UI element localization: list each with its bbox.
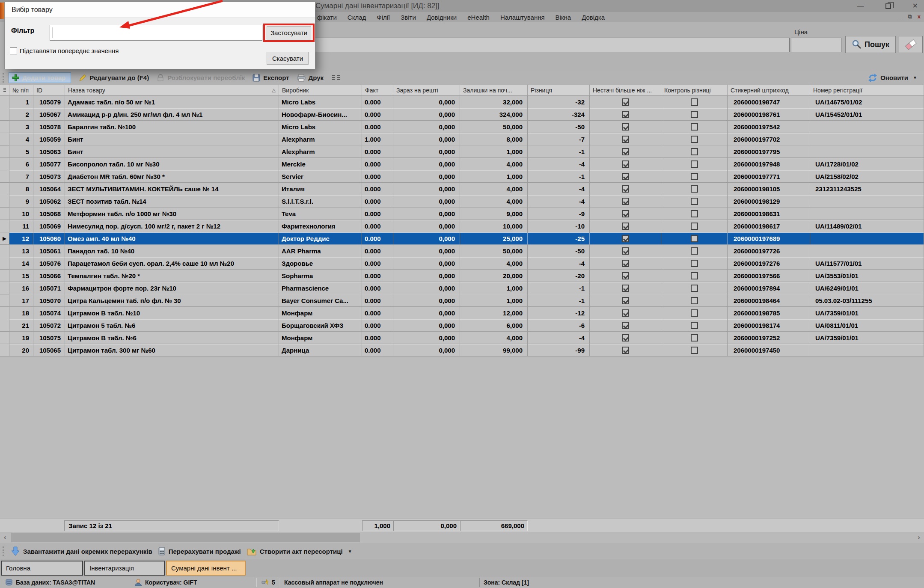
need-checkbox-icon[interactable]	[622, 223, 629, 230]
table-row[interactable]: 3 105078 Баралгин табл. №100 Micro Labs …	[0, 121, 924, 133]
ctrl-checkbox-icon[interactable]	[691, 235, 698, 242]
ctrl-checkbox-icon[interactable]	[691, 322, 698, 329]
need-checkbox-icon[interactable]	[622, 136, 629, 143]
table-row[interactable]: 18 105074 Цитрамон В табл. №10 Монфарм 0…	[0, 307, 924, 319]
ctrl-checkbox-icon[interactable]	[691, 198, 698, 205]
cancel-button[interactable]: Скасувати	[267, 52, 309, 65]
menu-item-settings[interactable]: Налаштування	[500, 14, 545, 21]
dialog-titlebar[interactable]: Вибір товару	[5, 2, 315, 18]
search-button[interactable]: Пошук	[845, 36, 896, 53]
need-checkbox-icon[interactable]	[622, 173, 629, 180]
ctrl-checkbox-icon[interactable]	[691, 210, 698, 217]
need-checkbox-icon[interactable]	[622, 247, 629, 255]
ctrl-checkbox-icon[interactable]	[691, 334, 698, 342]
need-checkbox-icon[interactable]	[622, 160, 629, 168]
col-header-name[interactable]: Назва товару △	[65, 85, 279, 95]
scroll-left-icon[interactable]: ‹	[0, 532, 10, 543]
table-row[interactable]: 9 105062 ЗЕСТ позитив табл. №14 S.l.l.T.…	[0, 195, 924, 208]
table-row[interactable]: 14 105076 Парацетамол беби сусп. орал. 2…	[0, 257, 924, 270]
col-header-id[interactable]: ID	[33, 85, 65, 95]
table-row[interactable]: 5 105063 Бинт Alexpharm 0.000 0,000 1,00…	[0, 146, 924, 158]
menu-item-filii[interactable]: Філії	[377, 14, 390, 21]
need-checkbox-icon[interactable]	[622, 235, 629, 242]
table-row[interactable]: 15 105066 Темпалгин табл. №20 * Sopharma…	[0, 270, 924, 282]
need-checkbox-icon[interactable]	[622, 148, 629, 155]
ctrl-checkbox-icon[interactable]	[691, 223, 698, 230]
mdi-minimize-icon[interactable]: _	[899, 13, 902, 20]
add-product-button[interactable]: Додати товар	[9, 72, 71, 83]
ctrl-checkbox-icon[interactable]	[691, 123, 698, 131]
need-checkbox-icon[interactable]	[622, 111, 629, 118]
horizontal-scrollbar[interactable]: ‹ ›	[0, 532, 924, 543]
export-button[interactable]: Експорт	[253, 74, 289, 82]
column-chooser-icon[interactable]	[331, 74, 341, 81]
ctrl-checkbox-icon[interactable]	[691, 272, 698, 279]
need-checkbox-icon[interactable]	[622, 260, 629, 267]
ctrl-checkbox-icon[interactable]	[691, 173, 698, 180]
table-row[interactable]: 11 105069 Нимесулид пор. д/сусп. 100 мг/…	[0, 220, 924, 232]
ctrl-checkbox-icon[interactable]	[691, 309, 698, 317]
need-checkbox-icon[interactable]	[622, 123, 629, 131]
table-row[interactable]: 1 105079 Адамакс табл. п/о 50 мг №1 Micr…	[0, 96, 924, 108]
ctrl-checkbox-icon[interactable]	[691, 136, 698, 143]
create-resort-act-button[interactable]: Створити акт пересортиці ▼	[247, 547, 352, 555]
tab-sumarni-dani[interactable]: Сумарні дані інвент ...	[166, 561, 246, 576]
table-row[interactable]: 2 105067 Амикацид р-р д/ин. 250 мг/мл фл…	[0, 108, 924, 121]
table-row[interactable]: 10 105068 Метформин табл. п/о 1000 мг №3…	[0, 208, 924, 220]
table-row[interactable]: 20 105065 Цитрамон табл. 300 мг №60 Дарн…	[0, 344, 924, 356]
col-header-rest[interactable]: Зараз на решті	[393, 85, 460, 95]
menu-item-dovidnyky[interactable]: Довідники	[427, 14, 457, 21]
menu-item-vikna[interactable]: Вікна	[556, 14, 571, 21]
col-header-maker[interactable]: Виробник	[279, 85, 362, 95]
menu-item-dovidka[interactable]: Довідка	[582, 14, 605, 21]
table-row[interactable]: 6 105077 Бисопролол табл. 10 мг №30 Merc…	[0, 158, 924, 170]
clear-search-button[interactable]	[899, 36, 923, 53]
table-row[interactable]: 21 105072 Цитрамон 5 табл. №6 Борщаговск…	[0, 319, 924, 332]
need-checkbox-icon[interactable]	[622, 198, 629, 205]
ctrl-checkbox-icon[interactable]	[691, 160, 698, 168]
tab-holovna[interactable]: Головна	[1, 561, 83, 576]
ctrl-checkbox-icon[interactable]	[691, 247, 698, 255]
col-header-barcode[interactable]: Стикерний штрихкод	[728, 85, 810, 95]
need-checkbox-icon[interactable]	[622, 347, 629, 354]
need-checkbox-icon[interactable]	[622, 210, 629, 217]
table-row[interactable]: 17 105070 Цитра Кальцемин таб. п/о фл. №…	[0, 294, 924, 307]
table-row[interactable]: 12 105060 Омез амп. 40 мл №40 Доктор Ред…	[0, 232, 924, 245]
ctrl-checkbox-icon[interactable]	[691, 260, 698, 267]
scroll-right-icon[interactable]: ›	[914, 532, 924, 543]
mdi-close-icon[interactable]: x	[918, 13, 921, 20]
need-checkbox-icon[interactable]	[622, 334, 629, 342]
price-input[interactable]	[791, 38, 841, 52]
search-input[interactable]	[233, 38, 790, 52]
col-header-reg[interactable]: Номер регістрації	[810, 85, 924, 95]
ctrl-checkbox-icon[interactable]	[691, 98, 698, 106]
col-header-fact[interactable]: Факт	[362, 85, 393, 95]
minimize-icon[interactable]: —	[857, 3, 864, 9]
table-row[interactable]: 4 105059 Бинт Alexpharm 1.000 0,000 8,00…	[0, 133, 924, 146]
need-checkbox-icon[interactable]	[622, 309, 629, 317]
need-checkbox-icon[interactable]	[622, 185, 629, 193]
menu-item[interactable]: фікати	[317, 14, 337, 21]
menu-item-zvity[interactable]: Звіти	[401, 14, 416, 21]
table-row[interactable]: 7 105073 Диабетон MR табл. 60мг №30 * Se…	[0, 170, 924, 183]
table-row[interactable]: 16 105071 Фармацитрон форте пор. 23г №10…	[0, 282, 924, 294]
table-row[interactable]: 19 105075 Цитрамон В табл. №6 Монфарм 0.…	[0, 332, 924, 344]
filter-input[interactable]	[50, 25, 262, 41]
need-checkbox-icon[interactable]	[622, 98, 629, 106]
need-checkbox-icon[interactable]	[622, 322, 629, 329]
refresh-button[interactable]: Оновити ▼	[868, 74, 917, 82]
table-row[interactable]: 13 105061 Панадол таб. 10 №40 AAR Pharma…	[0, 245, 924, 257]
restore-icon[interactable]	[885, 3, 891, 9]
recalc-sales-button[interactable]: Перерахувати продажі	[158, 547, 241, 555]
need-checkbox-icon[interactable]	[622, 285, 629, 292]
ctrl-checkbox-icon[interactable]	[691, 185, 698, 193]
print-button[interactable]: Друк	[297, 74, 324, 82]
menu-item-ehealth[interactable]: eHealth	[467, 14, 490, 21]
close-icon[interactable]: ✕	[912, 3, 918, 9]
col-header-num[interactable]: № п/п	[9, 85, 33, 95]
col-header-need[interactable]: Нестачі більше ніж ...	[590, 85, 661, 95]
need-checkbox-icon[interactable]	[622, 272, 629, 279]
apply-button[interactable]: Застосувати	[267, 26, 311, 39]
col-header-ctrl[interactable]: Контроль різниці	[661, 85, 728, 95]
edit-button[interactable]: Редагувати до (F4)	[79, 74, 149, 82]
